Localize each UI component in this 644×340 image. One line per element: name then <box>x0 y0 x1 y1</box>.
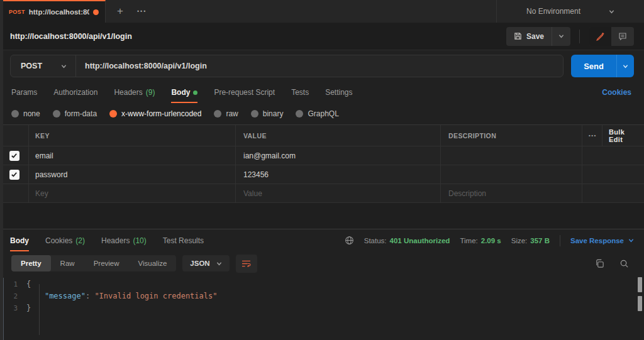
description-cell[interactable] <box>440 165 582 184</box>
chevron-down-icon <box>216 261 222 266</box>
view-mode-group: Pretty Raw Preview Visualize <box>11 255 176 271</box>
bulk-edit-button[interactable]: Bulk Edit <box>602 125 644 146</box>
header-checkbox-cell <box>0 125 28 146</box>
request-response-spacer <box>0 203 644 229</box>
tab-body[interactable]: Body <box>171 82 197 103</box>
title-bar-divider <box>579 30 580 43</box>
method-label: POST <box>21 62 42 70</box>
radio-icon <box>53 110 60 118</box>
table-placeholder-row <box>0 184 644 203</box>
tab-authorization[interactable]: Authorization <box>53 82 97 103</box>
mode-raw[interactable]: Raw <box>51 255 84 271</box>
header-key: KEY <box>28 125 235 146</box>
request-url-input[interactable] <box>76 55 563 77</box>
radio-graphql[interactable]: GraphQL <box>296 109 338 118</box>
response-body-code[interactable]: 1 { 2 "message": "Invalid login credenti… <box>0 275 644 340</box>
send-options-caret[interactable] <box>616 55 634 77</box>
language-label: JSON <box>190 260 209 267</box>
tab-actions: + ••• <box>106 0 158 23</box>
response-tab-body[interactable]: Body <box>10 229 29 251</box>
environment-label: No Environment <box>526 7 580 16</box>
new-key-input[interactable] <box>35 189 229 198</box>
more-options-icon[interactable]: ••• <box>582 133 602 138</box>
radio-icon <box>11 110 19 118</box>
url-group: POST <box>10 55 564 77</box>
fold-indent-guide <box>39 284 40 335</box>
url-bar: POST Send <box>0 50 644 82</box>
tab-settings[interactable]: Settings <box>325 82 352 103</box>
code-scrollbar[interactable] <box>637 275 642 340</box>
tab-tests[interactable]: Tests <box>291 82 309 103</box>
size-value: 357 B <box>530 237 550 244</box>
open-request-tab[interactable]: POST http://localhost:8000/ <box>0 0 106 23</box>
code-text: { <box>26 278 31 290</box>
unsaved-changes-dot-icon <box>93 9 99 15</box>
chevron-down-icon <box>558 33 564 39</box>
radio-binary[interactable]: binary <box>251 109 284 118</box>
scrollbar-thumb[interactable] <box>638 277 642 292</box>
row-checkbox-checked[interactable] <box>9 151 19 161</box>
mode-visualize[interactable]: Visualize <box>129 255 177 271</box>
new-description-input[interactable] <box>448 189 574 198</box>
request-title-bar: http://localhost:8000/api/v1/login Save <box>0 23 644 50</box>
urlencoded-table: KEY VALUE DESCRIPTION ••• Bulk Edit emai… <box>0 124 644 203</box>
radio-x-www-form-urlencoded[interactable]: x-www-form-urlencoded <box>109 109 201 118</box>
chevron-down-icon <box>623 63 628 69</box>
send-button-group: Send <box>571 55 634 77</box>
key-cell[interactable]: email <box>28 146 235 165</box>
tab-params[interactable]: Params <box>11 82 37 103</box>
search-icon[interactable] <box>619 259 629 268</box>
save-response-button[interactable]: Save Response <box>570 237 634 244</box>
comments-button[interactable] <box>611 27 634 46</box>
code-line: 2 "message": "Invalid login credentials" <box>0 290 644 302</box>
radio-none[interactable]: none <box>11 109 40 118</box>
json-string-value: "Invalid login credentials" <box>94 292 217 300</box>
value-cell[interactable]: 123456 <box>235 165 440 184</box>
header-description: DESCRIPTION <box>440 125 582 146</box>
tab-pre-request-script[interactable]: Pre-request Script <box>214 82 275 103</box>
response-tab-headers[interactable]: Headers(10) <box>101 229 147 251</box>
mode-preview[interactable]: Preview <box>84 255 129 271</box>
new-tab-icon[interactable]: + <box>117 5 123 18</box>
time-indicator: Time: 2.09 s <box>460 237 501 244</box>
save-options-caret[interactable] <box>552 27 570 46</box>
method-selector[interactable]: POST <box>11 55 76 77</box>
network-globe-icon[interactable] <box>345 236 354 245</box>
line-number: 3 <box>0 302 26 314</box>
line-number: 2 <box>0 290 26 302</box>
description-cell[interactable] <box>440 146 582 165</box>
new-value-input[interactable] <box>243 189 433 198</box>
radio-icon <box>296 110 303 118</box>
tab-headers[interactable]: Headers(9) <box>114 82 155 103</box>
mode-pretty[interactable]: Pretty <box>11 255 51 271</box>
time-value: 2.09 s <box>481 237 501 244</box>
tab-menu-icon[interactable]: ••• <box>137 8 147 14</box>
topbar-spacer <box>158 0 496 23</box>
window-left-edge <box>0 0 3 340</box>
radio-selected-icon <box>109 110 117 118</box>
scrollbar-thumb[interactable] <box>638 296 642 311</box>
cookies-link[interactable]: Cookies <box>602 88 631 97</box>
tab-url-label: http://localhost:8000/ <box>29 8 89 16</box>
value-cell[interactable]: ian@gmail.com <box>235 146 440 165</box>
title-bar-actions: Save <box>506 27 634 46</box>
radio-form-data[interactable]: form-data <box>53 109 97 118</box>
request-title: http://localhost:8000/api/v1/login <box>10 32 132 41</box>
save-button-group: Save <box>506 27 570 46</box>
wrap-text-button[interactable] <box>236 255 257 273</box>
language-selector[interactable]: JSON <box>182 255 229 271</box>
row-checkbox-checked[interactable] <box>9 170 19 180</box>
edit-request-button[interactable] <box>589 27 611 46</box>
response-tab-cookies[interactable]: Cookies(2) <box>45 229 85 251</box>
request-tab-bar: POST http://localhost:8000/ + ••• No Env… <box>0 0 644 23</box>
send-button[interactable]: Send <box>571 55 616 77</box>
key-cell[interactable]: password <box>28 165 235 184</box>
code-text: } <box>26 302 31 314</box>
copy-icon[interactable] <box>595 259 604 268</box>
line-number: 1 <box>0 278 26 290</box>
radio-raw[interactable]: raw <box>214 109 238 118</box>
save-button[interactable]: Save <box>506 27 552 46</box>
edit-comment-group <box>589 27 634 46</box>
environment-selector[interactable]: No Environment <box>496 0 644 23</box>
response-tab-test-results[interactable]: Test Results <box>163 229 204 251</box>
